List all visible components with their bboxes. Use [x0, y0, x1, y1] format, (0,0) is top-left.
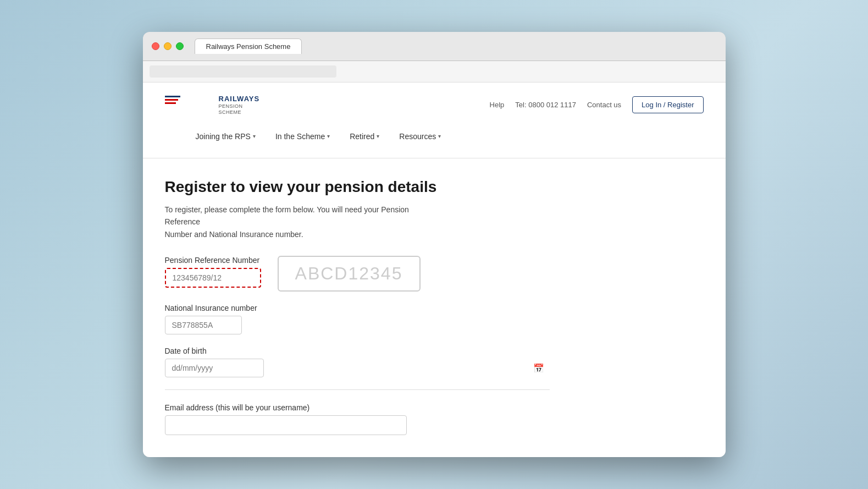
tel-label: Tel: 0800 012 1117	[515, 101, 576, 109]
svg-rect-1	[165, 99, 178, 101]
pension-ref-group: Pension Reference Number	[165, 256, 261, 288]
header-links: Help Tel: 0800 012 1117 Contact us	[490, 101, 622, 109]
header-top: RAILWAYS PENSION SCHEME Help Tel: 0800 0…	[165, 91, 704, 119]
dob-input[interactable]	[165, 359, 264, 377]
email-input[interactable]	[165, 415, 407, 435]
maximize-button[interactable]	[176, 42, 184, 50]
page-title: Register to view your pension details	[165, 178, 704, 196]
help-link[interactable]: Help	[490, 101, 505, 109]
nav-in-the-scheme[interactable]: In the Scheme ▾	[267, 125, 339, 149]
pension-ref-row: Pension Reference Number ABCD12345	[165, 256, 550, 292]
chevron-down-icon: ▾	[377, 133, 379, 139]
pension-ref-input[interactable]	[165, 268, 261, 288]
main-content: Register to view your pension details To…	[143, 158, 726, 457]
logo-icon	[165, 91, 214, 119]
browser-tab[interactable]: Railways Pension Scheme	[195, 39, 302, 54]
webpage: RAILWAYS PENSION SCHEME Help Tel: 0800 0…	[143, 83, 726, 457]
pension-ref-label: Pension Reference Number	[165, 256, 261, 265]
email-label: Email address (this will be your usernam…	[165, 403, 550, 412]
logo-container: RAILWAYS PENSION SCHEME	[165, 91, 260, 119]
window-controls	[152, 42, 184, 50]
dob-group: Date of birth 📅	[165, 347, 550, 377]
nav-retired[interactable]: Retired ▾	[341, 125, 388, 149]
chevron-down-icon: ▾	[253, 133, 256, 139]
header-right: Help Tel: 0800 012 1117 Contact us Log I…	[490, 96, 704, 113]
site-nav: Joining the RPS ▾ In the Scheme ▾ Retire…	[165, 125, 704, 149]
registration-form: Pension Reference Number ABCD12345 Natio…	[165, 256, 550, 435]
ni-label: National Insurance number	[165, 304, 550, 312]
titlebar: Railways Pension Scheme	[143, 32, 726, 61]
logo-scheme-text: SCHEME	[219, 109, 260, 116]
ni-group: National Insurance number	[165, 304, 550, 334]
browser-window: Railways Pension Scheme RAILWAYS	[143, 32, 726, 457]
pension-ref-example: ABCD12345	[278, 256, 421, 292]
login-register-button[interactable]: Log In / Register	[632, 96, 703, 113]
dob-label: Date of birth	[165, 347, 550, 355]
svg-rect-0	[165, 96, 180, 97]
dob-input-wrapper: 📅	[165, 359, 550, 377]
address-bar-row	[143, 61, 726, 83]
ni-input[interactable]	[165, 316, 242, 334]
contact-link[interactable]: Contact us	[587, 101, 621, 109]
svg-rect-2	[165, 102, 176, 104]
logo-text: RAILWAYS PENSION SCHEME	[219, 95, 260, 115]
close-button[interactable]	[152, 42, 159, 50]
chevron-down-icon: ▾	[327, 133, 330, 139]
logo-pension-text: PENSION	[219, 103, 260, 109]
email-group: Email address (this will be your usernam…	[165, 403, 550, 435]
address-bar[interactable]	[150, 65, 336, 78]
nav-resources[interactable]: Resources ▾	[390, 125, 450, 149]
site-header: RAILWAYS PENSION SCHEME Help Tel: 0800 0…	[143, 83, 726, 158]
form-divider	[165, 389, 550, 390]
chevron-down-icon: ▾	[438, 133, 441, 139]
nav-joining-rps[interactable]: Joining the RPS ▾	[187, 125, 264, 149]
logo-railways-text: RAILWAYS	[219, 95, 260, 103]
minimize-button[interactable]	[164, 42, 172, 50]
calendar-icon: 📅	[533, 363, 544, 373]
page-description: To register, please complete the form be…	[165, 204, 440, 240]
